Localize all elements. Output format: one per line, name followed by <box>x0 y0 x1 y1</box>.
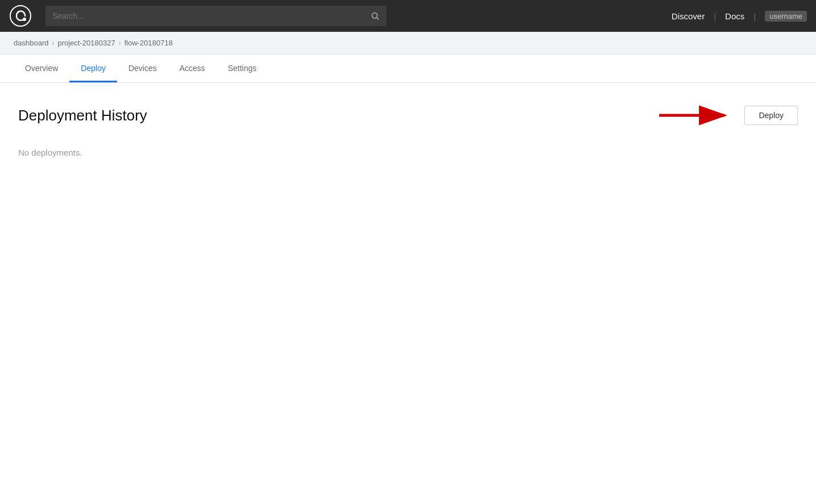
svg-point-0 <box>10 6 31 26</box>
content-header: Deployment History Deploy <box>18 101 798 130</box>
tab-settings[interactable]: Settings <box>217 56 268 82</box>
breadcrumb: dashboard › project-20180327 › flow-2018… <box>0 32 816 55</box>
discover-link[interactable]: Discover <box>672 11 705 21</box>
user-badge: username <box>765 11 807 22</box>
top-nav: Discover | Docs | username <box>0 0 816 32</box>
search-icon <box>370 11 380 20</box>
svg-line-3 <box>377 18 378 19</box>
tab-overview[interactable]: Overview <box>14 56 69 82</box>
empty-message: No deployments. <box>18 148 798 157</box>
deploy-button[interactable]: Deploy <box>744 106 798 125</box>
tab-devices[interactable]: Devices <box>117 56 168 82</box>
nav-divider-2: | <box>753 11 756 21</box>
svg-point-1 <box>23 18 26 21</box>
main-content: Deployment History Deploy No deployments… <box>0 83 816 176</box>
docs-link[interactable]: Docs <box>725 11 744 21</box>
annotation-arrow <box>659 101 733 130</box>
breadcrumb-sep-2: › <box>119 39 121 47</box>
search-bar[interactable] <box>45 6 386 26</box>
nav-right: Discover | Docs | username <box>672 11 807 22</box>
breadcrumb-item-dashboard[interactable]: dashboard <box>14 39 48 47</box>
nav-divider-1: | <box>714 11 716 21</box>
tab-deploy[interactable]: Deploy <box>69 56 117 82</box>
page-title: Deployment History <box>18 107 147 124</box>
search-input[interactable] <box>52 11 366 20</box>
breadcrumb-item-flow[interactable]: flow-20180718 <box>124 39 173 47</box>
breadcrumb-sep-1: › <box>52 39 54 47</box>
breadcrumb-item-project[interactable]: project-20180327 <box>57 39 115 47</box>
tab-access[interactable]: Access <box>168 56 217 82</box>
tabs-bar: Overview Deploy Devices Access Settings <box>0 55 816 83</box>
logo <box>9 5 32 27</box>
